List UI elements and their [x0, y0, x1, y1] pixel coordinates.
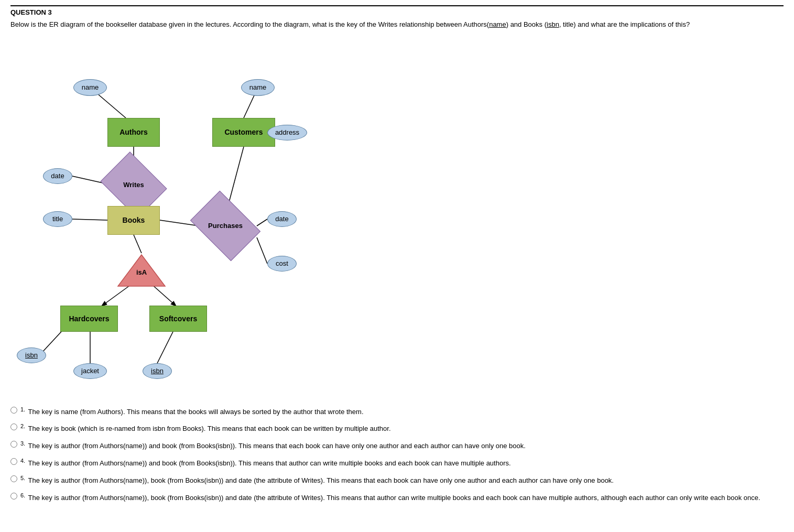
radio-3[interactable]	[10, 441, 17, 448]
er-diagram: name Authors Writes date title Books isA…	[10, 38, 335, 395]
authors-entity: Authors	[107, 118, 160, 147]
hardcovers-entity: Hardcovers	[60, 306, 118, 332]
svg-line-6	[134, 235, 142, 253]
radio-5[interactable]	[10, 475, 17, 482]
question-text: Below is the ER diagram of the bookselle…	[10, 19, 784, 30]
svg-line-14	[228, 147, 244, 206]
option-3[interactable]: 3. The key is author (from Authors(name)…	[10, 439, 784, 451]
svg-line-11	[157, 332, 173, 363]
date1-attribute: date	[43, 168, 72, 184]
question-header: QUESTION 3	[10, 5, 784, 16]
writes-relationship: Writes	[107, 164, 160, 206]
option-5[interactable]: 5. The key is author (from Authors(name)…	[10, 474, 784, 486]
option-4[interactable]: 4. The key is author (from Authors(name)…	[10, 457, 784, 469]
name1-attribute: name	[73, 79, 107, 96]
radio-2[interactable]	[10, 424, 17, 430]
purchases-relationship: Purchases	[197, 205, 254, 247]
books-entity: Books	[107, 206, 160, 235]
radio-4[interactable]	[10, 458, 17, 465]
radio-1[interactable]	[10, 407, 17, 414]
answer-options: 1. The key is name (from Authors). This …	[10, 405, 784, 503]
address-attribute: address	[267, 125, 307, 140]
option-1[interactable]: 1. The key is name (from Authors). This …	[10, 405, 784, 417]
option-6[interactable]: 6. The key is author (from Authors(name)…	[10, 491, 784, 503]
svg-line-4	[72, 219, 107, 220]
svg-line-16	[257, 237, 267, 264]
svg-line-15	[257, 219, 267, 226]
name2-attribute: name	[241, 79, 275, 96]
softcovers-entity: Softcovers	[149, 306, 207, 332]
jacket-attribute: jacket	[73, 363, 107, 379]
radio-6[interactable]	[10, 493, 17, 500]
option-2[interactable]: 2. The key is book (which is re-named fr…	[10, 422, 784, 434]
title-attribute: title	[43, 211, 72, 227]
isbn1-attribute: isbn	[17, 348, 46, 363]
date2-attribute: date	[267, 211, 297, 227]
cost-attribute: cost	[267, 256, 297, 272]
customers-entity: Customers	[212, 118, 275, 147]
isbn2-attribute: isbn	[143, 363, 172, 379]
isa-triangle: isA	[115, 252, 168, 289]
